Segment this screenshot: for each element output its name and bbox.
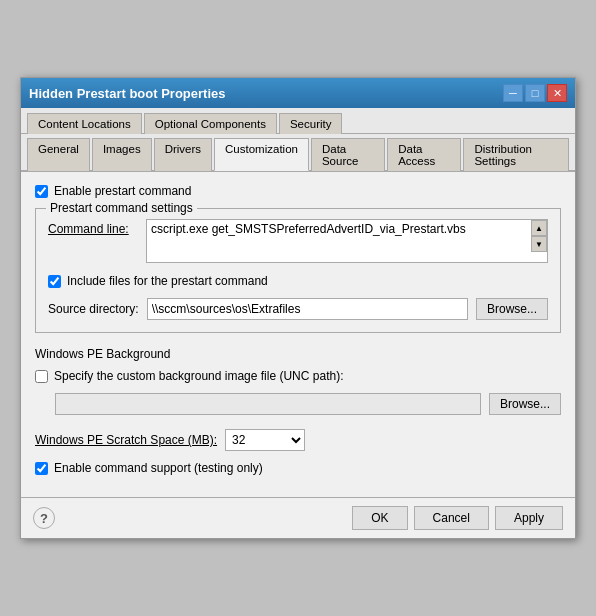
cancel-button[interactable]: Cancel bbox=[414, 506, 489, 530]
tab-data-access[interactable]: Data Access bbox=[387, 138, 461, 171]
tab-row-2: General Images Drivers Customization Dat… bbox=[21, 134, 575, 172]
tab-distribution-settings[interactable]: Distribution Settings bbox=[463, 138, 569, 171]
tab-customization[interactable]: Customization bbox=[214, 138, 309, 171]
command-line-input[interactable] bbox=[146, 219, 548, 263]
include-files-row: Include files for the prestart command bbox=[48, 274, 548, 288]
command-line-row: Command line: ▲ ▼ bbox=[48, 219, 548, 266]
apply-button[interactable]: Apply bbox=[495, 506, 563, 530]
source-directory-label: Source directory: bbox=[48, 302, 139, 316]
command-line-input-container: ▲ ▼ bbox=[146, 219, 548, 266]
enable-prestart-label[interactable]: Enable prestart command bbox=[54, 184, 191, 198]
bottom-bar: ? OK Cancel Apply bbox=[21, 497, 575, 538]
windows-pe-section: Windows PE Background Specify the custom… bbox=[35, 347, 561, 415]
enable-prestart-checkbox[interactable] bbox=[35, 185, 48, 198]
specify-bg-row: Specify the custom background image file… bbox=[35, 369, 561, 383]
bg-path-input[interactable] bbox=[55, 393, 481, 415]
pe-inner: Specify the custom background image file… bbox=[35, 369, 561, 415]
source-directory-row: Source directory: Browse... bbox=[48, 298, 548, 320]
tab-optional-components[interactable]: Optional Components bbox=[144, 113, 277, 134]
windows-pe-bg-label: Windows PE Background bbox=[35, 347, 561, 361]
scratch-space-label: Windows PE Scratch Space (MB): bbox=[35, 433, 217, 447]
enable-cmd-label[interactable]: Enable command support (testing only) bbox=[54, 461, 263, 475]
command-line-label: Command line: bbox=[48, 219, 138, 236]
prestart-group-box: Prestart command settings Command line: … bbox=[35, 208, 561, 333]
scratch-space-row: Windows PE Scratch Space (MB): 32 64 128… bbox=[35, 429, 561, 451]
bottom-buttons: OK Cancel Apply bbox=[352, 506, 563, 530]
ok-button[interactable]: OK bbox=[352, 506, 407, 530]
source-directory-input[interactable] bbox=[147, 298, 468, 320]
tab-images[interactable]: Images bbox=[92, 138, 152, 171]
close-button[interactable]: ✕ bbox=[547, 84, 567, 102]
include-files-checkbox[interactable] bbox=[48, 275, 61, 288]
specify-bg-label[interactable]: Specify the custom background image file… bbox=[54, 369, 343, 383]
title-bar-buttons: ─ □ ✕ bbox=[503, 84, 567, 102]
tab-drivers[interactable]: Drivers bbox=[154, 138, 212, 171]
tab-general[interactable]: General bbox=[27, 138, 90, 171]
browse-button-2[interactable]: Browse... bbox=[489, 393, 561, 415]
scratch-space-dropdown[interactable]: 32 64 128 256 512 bbox=[225, 429, 305, 451]
browse-button-1[interactable]: Browse... bbox=[476, 298, 548, 320]
title-bar: Hidden Prestart boot Properties ─ □ ✕ bbox=[21, 78, 575, 108]
main-content: Enable prestart command Prestart command… bbox=[21, 172, 575, 497]
help-button[interactable]: ? bbox=[33, 507, 55, 529]
scroll-up-button[interactable]: ▲ bbox=[531, 220, 547, 236]
include-files-label[interactable]: Include files for the prestart command bbox=[67, 274, 268, 288]
minimize-button[interactable]: ─ bbox=[503, 84, 523, 102]
tab-content-locations[interactable]: Content Locations bbox=[27, 113, 142, 134]
scroll-down-button[interactable]: ▼ bbox=[531, 236, 547, 252]
window-title: Hidden Prestart boot Properties bbox=[29, 86, 225, 101]
main-window: Hidden Prestart boot Properties ─ □ ✕ Co… bbox=[20, 77, 576, 539]
tab-row-1: Content Locations Optional Components Se… bbox=[21, 108, 575, 134]
prestart-group-label: Prestart command settings bbox=[46, 201, 197, 215]
enable-cmd-row: Enable command support (testing only) bbox=[35, 461, 561, 475]
specify-bg-checkbox[interactable] bbox=[35, 370, 48, 383]
scroll-buttons: ▲ ▼ bbox=[531, 220, 547, 252]
maximize-button[interactable]: □ bbox=[525, 84, 545, 102]
tab-data-source[interactable]: Data Source bbox=[311, 138, 385, 171]
tab-security[interactable]: Security bbox=[279, 113, 343, 134]
enable-cmd-checkbox[interactable] bbox=[35, 462, 48, 475]
bg-path-row: Browse... bbox=[55, 393, 561, 415]
enable-prestart-row: Enable prestart command bbox=[35, 184, 561, 198]
